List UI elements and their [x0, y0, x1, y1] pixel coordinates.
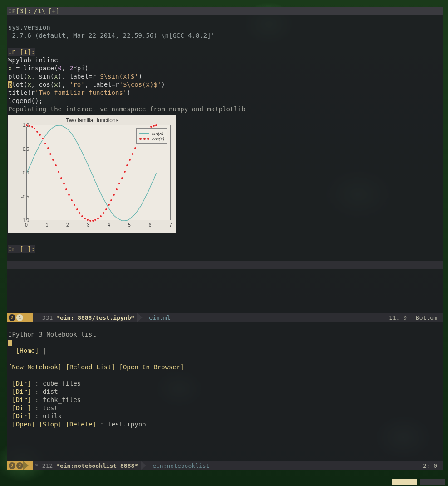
data-point [63, 182, 65, 185]
notebooklist-pane: IPython 3 Notebook list | [Home] | [New … [7, 322, 443, 470]
in-prompt: In [1]: [8, 48, 35, 55]
code-line[interactable]: plot(x, cos(x), 'ro', label=r'$\cos(x)$'… [8, 81, 165, 88]
data-point [44, 142, 47, 145]
reload-list-button[interactable]: [Reload List] [65, 363, 115, 371]
taskbar-item[interactable] [420, 479, 445, 485]
data-point [102, 212, 105, 214]
data-point [128, 159, 131, 161]
data-point [54, 164, 57, 167]
list-item[interactable]: [Dir] : utils [8, 412, 62, 420]
notebook-pane: IP[3]: /1\ [+] sys.version '2.7.6 (defau… [7, 7, 443, 313]
data-point [99, 215, 102, 218]
taskbar [0, 479, 448, 486]
ip-label: IP[3]: [8, 7, 31, 15]
major-mode: ein:notebooklist [146, 462, 209, 469]
modeline-sep: – [31, 314, 42, 321]
modeline-star: * [31, 462, 42, 469]
data-point [60, 177, 63, 179]
taskbar-item[interactable] [392, 479, 417, 485]
buffer-name[interactable]: *ein: 8888/test.ipynb* [56, 314, 134, 321]
data-point [36, 130, 39, 133]
code-line[interactable]: title(r'Two familiar functions') [8, 89, 131, 96]
chart-title: Two familiar functions [8, 117, 176, 124]
workspace-badge[interactable]: 2 [9, 462, 15, 469]
data-point [52, 159, 54, 161]
code-line[interactable]: legend(); [8, 97, 43, 104]
data-point [39, 134, 41, 136]
x-tick: 4 [108, 223, 110, 228]
modeline-bottom: 2 2 * 212 *ein:notebooklist 8888* ein:no… [7, 461, 443, 470]
data-point [65, 188, 68, 191]
buffer-name[interactable]: *ein:notebooklist 8888* [56, 462, 138, 469]
legend-entry: cos(x) [152, 136, 164, 141]
data-point [70, 199, 73, 202]
output-line: '2.7.6 (default, Mar 22 2014, 22:59:56) … [8, 32, 215, 39]
code-line[interactable]: plot(x, sin(x), label=r'$\sin(x)$') [8, 73, 142, 80]
list-item[interactable]: [Open] [Stop] [Delete] : test.ipynb [8, 421, 146, 428]
x-tick: 7 [169, 223, 172, 228]
workspace-badge[interactable]: 1 [16, 314, 23, 321]
data-point [110, 199, 113, 202]
x-tick: 3 [87, 223, 90, 228]
code-line[interactable]: x = linspace(0, 2*pi) [8, 64, 89, 72]
workspace-badge[interactable]: 2 [16, 462, 23, 469]
x-tick: 1 [46, 223, 49, 228]
data-point [131, 153, 134, 155]
output-line: Populating the interactive namespace fro… [8, 105, 246, 113]
data-point [73, 203, 76, 206]
data-point [121, 177, 123, 179]
data-point [78, 212, 81, 214]
data-point [134, 147, 137, 149]
y-tick: 1.0 [23, 123, 29, 128]
data-point [105, 208, 108, 211]
data-point [123, 170, 126, 173]
scroll-position: Bottom [416, 314, 437, 321]
list-item[interactable]: [Dir] : dist [8, 388, 58, 395]
y-tick: -0.5 [21, 194, 29, 199]
workspace-badge[interactable]: 2 [9, 314, 15, 321]
code-line[interactable]: %pylab inline [8, 56, 58, 64]
output-line: sys.version [8, 24, 50, 31]
chart-legend: sin(x) cos(x) [136, 128, 167, 144]
data-point [33, 127, 36, 130]
list-item[interactable]: [Dir] : fchk_files [8, 396, 81, 403]
data-point [118, 182, 121, 185]
legend-line-icon [139, 133, 149, 134]
data-point [126, 164, 128, 167]
x-tick: 2 [66, 223, 69, 228]
x-tick: 6 [149, 223, 152, 228]
y-tick: 0.0 [23, 170, 29, 175]
legend-entry: sin(x) [152, 130, 163, 136]
new-notebook-button[interactable]: [New Notebook] [8, 363, 62, 371]
x-tick: 5 [128, 223, 131, 228]
data-point [108, 203, 110, 206]
home-button[interactable]: [Home] [16, 347, 39, 354]
legend-dots-icon [139, 138, 149, 140]
pane-header: IP[3]: /1\ [+] [7, 7, 443, 15]
kernel-indicator[interactable]: /1\ [34, 7, 45, 15]
major-mode: ein:ml [143, 314, 170, 321]
modeline-num: 212 [42, 462, 53, 469]
data-point [57, 170, 60, 173]
open-button[interactable]: [Open] [12, 421, 35, 428]
list-item[interactable]: [Dir] : test [8, 404, 58, 412]
in-prompt: In [ ]: [8, 245, 35, 253]
data-point [113, 193, 115, 196]
x-tick: 0 [25, 223, 28, 228]
chart: Two familiar functions sin(x) cos(x) -1. [8, 115, 176, 233]
cursor-position: 11: 0 [389, 314, 407, 321]
data-point [81, 215, 84, 218]
empty-cell[interactable] [7, 261, 443, 269]
data-point [41, 137, 44, 140]
data-point [97, 217, 99, 220]
cursor-position: 2: 0 [423, 462, 437, 469]
y-tick: -1.0 [21, 218, 29, 223]
stop-button[interactable]: [Stop] [39, 421, 62, 428]
delete-button[interactable]: [Delete] [65, 421, 96, 428]
data-point [155, 124, 158, 127]
data-point [115, 188, 118, 191]
list-item[interactable]: [Dir] : cube_files [8, 380, 81, 387]
modeline-top: 2 1 – 331 *ein: 8888/test.ipynb* ein:ml … [7, 313, 443, 322]
add-cell-button[interactable]: [+] [48, 7, 59, 15]
open-in-browser-button[interactable]: [Open In Browser] [119, 363, 184, 371]
